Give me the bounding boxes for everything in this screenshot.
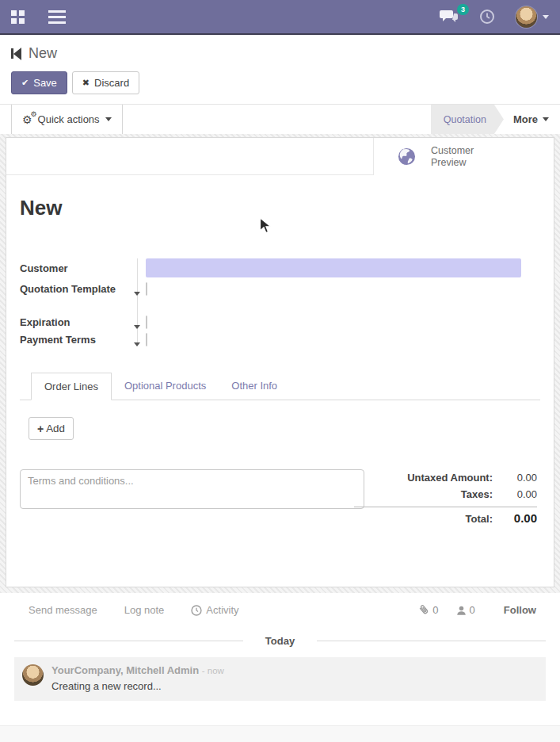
field-row-quotation-template: Quotation Template [20, 283, 521, 295]
breadcrumb-back-icon[interactable] [11, 48, 21, 60]
caret-down-icon [105, 117, 112, 124]
statusbar: ⚙⚙ Quick actions Quotation More [0, 104, 560, 134]
caret-down-icon [543, 15, 549, 22]
log-note-button[interactable]: Log note [124, 604, 165, 616]
message-author: YourCompany, Mitchell Admin [51, 664, 199, 676]
add-line-button[interactable]: + Add [29, 417, 74, 440]
total-value: 0.00 [493, 511, 537, 525]
payment-terms-input[interactable] [146, 333, 147, 346]
taxes-value: 0.00 [493, 488, 537, 500]
stat-button-row: Customer Preview [6, 138, 554, 175]
untaxed-amount-row: Untaxed Amount: 0.00 [374, 469, 537, 486]
field-group: Customer Quotation Template Expiration P… [20, 258, 521, 346]
field-row-payment-terms: Payment Terms [20, 334, 521, 346]
field-row-expiration: Expiration [20, 316, 521, 328]
quick-actions-label: Quick actions [38, 113, 100, 125]
notebook-tabs: Order Lines Optional Products Other Info [20, 373, 540, 400]
hamburger-menu-icon[interactable] [48, 7, 66, 27]
paperclip-icon [416, 602, 432, 618]
chat-bubbles-icon [440, 10, 459, 24]
total-row: Total: 0.00 [374, 509, 537, 527]
message-time: - now [202, 666, 224, 675]
stage-quotation[interactable]: Quotation [431, 105, 504, 134]
totals-block: Untaxed Amount: 0.00 Taxes: 0.00 Total: … [374, 469, 540, 527]
record-title: New [20, 196, 540, 220]
untaxed-amount-label: Untaxed Amount: [407, 472, 493, 484]
add-line-label: Add [46, 423, 65, 434]
caret-down-icon [543, 117, 549, 124]
activity-clock-icon [191, 605, 202, 616]
breadcrumb: New [11, 45, 549, 62]
send-message-button[interactable]: Send message [29, 604, 97, 616]
check-icon: ✔ [21, 78, 29, 88]
user-avatar [516, 6, 537, 28]
discard-button[interactable]: ✖ Discard [72, 71, 139, 94]
gears-icon: ⚙⚙ [22, 114, 32, 125]
totals-divider [354, 507, 537, 507]
follow-button[interactable]: Follow [504, 604, 536, 616]
quotation-template-label: Quotation Template [20, 283, 137, 295]
caret-down-icon [134, 292, 140, 299]
message-body: Creating a new record... [51, 680, 224, 692]
globe-icon [398, 147, 416, 166]
expiration-label: Expiration [20, 316, 137, 328]
terms-and-conditions-input[interactable] [20, 469, 364, 509]
user-menu[interactable] [516, 6, 549, 28]
tab-order-lines[interactable]: Order Lines [31, 373, 112, 400]
messages-icon[interactable]: 3 [440, 10, 459, 24]
customer-input[interactable] [146, 258, 521, 277]
more-label: More [513, 113, 538, 125]
x-icon: ✖ [82, 78, 90, 88]
save-button[interactable]: ✔ Save [11, 71, 67, 94]
taxes-label: Taxes: [461, 488, 493, 500]
date-divider-label: Today [265, 635, 295, 647]
activities-clock-icon[interactable] [479, 9, 495, 25]
discard-button-label: Discard [94, 77, 129, 89]
footer-strip [0, 725, 560, 742]
person-icon [456, 605, 467, 616]
schedule-activity-button[interactable]: Activity [191, 604, 238, 616]
caret-down-icon [134, 342, 140, 350]
caret-down-icon [134, 325, 140, 332]
form-background: Customer Preview New Customer Quotation … [0, 134, 560, 593]
followers-counter[interactable]: 0 [456, 604, 475, 616]
taxes-row: Taxes: 0.00 [374, 486, 537, 503]
chatter-message: YourCompany, Mitchell Admin - now Creati… [14, 657, 546, 701]
page-title: New [29, 45, 57, 62]
payment-terms-label: Payment Terms [20, 334, 137, 346]
apps-grid-icon[interactable] [11, 10, 25, 24]
control-panel: New ✔ Save ✖ Discard [0, 35, 560, 104]
total-label: Total: [466, 513, 493, 525]
attachments-counter[interactable]: 0 [418, 604, 438, 616]
customer-preview-button[interactable]: Customer Preview [373, 138, 554, 175]
untaxed-amount-value: 0.00 [493, 472, 537, 484]
messages-count-badge: 3 [457, 4, 469, 15]
customer-preview-label: Customer Preview [431, 145, 474, 169]
expiration-input[interactable] [146, 316, 147, 329]
field-row-customer: Customer [20, 258, 521, 277]
tab-optional-products[interactable]: Optional Products [112, 373, 219, 400]
chatter: Send message Log note Activity 0 0 [0, 593, 560, 701]
quotation-template-input[interactable] [146, 282, 147, 296]
tab-other-info[interactable]: Other Info [219, 373, 290, 400]
author-avatar [22, 664, 44, 686]
form-sheet: Customer Preview New Customer Quotation … [6, 137, 554, 587]
save-button-label: Save [33, 77, 57, 89]
more-dropdown[interactable]: More [504, 105, 560, 134]
plus-icon: + [37, 424, 44, 434]
customer-label: Customer [20, 262, 137, 274]
top-navbar: 3 [0, 0, 560, 35]
quick-actions-button[interactable]: ⚙⚙ Quick actions [11, 105, 123, 134]
date-divider: Today [14, 635, 546, 647]
